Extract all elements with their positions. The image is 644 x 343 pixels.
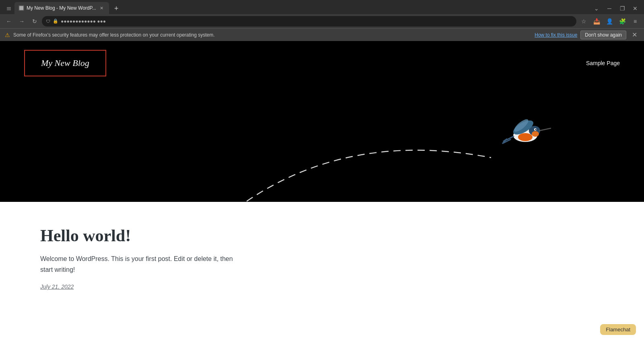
- notification-bar: ⚠ Some of Firefox's security features ma…: [0, 28, 644, 41]
- site-title: My New Blog: [41, 58, 89, 68]
- site-navigation: Sample Page: [586, 60, 620, 66]
- post-title: Hello world!: [40, 226, 604, 245]
- svg-line-4: [539, 128, 551, 131]
- menu-button[interactable]: ≡: [630, 16, 641, 27]
- tab-favicon: [19, 5, 24, 11]
- content-area: Hello world! Welcome to WordPress. This …: [0, 202, 644, 314]
- post-date-link[interactable]: July 21, 2022: [40, 283, 74, 290]
- close-window-button[interactable]: ✕: [630, 4, 641, 12]
- hummingbird-image: [499, 107, 547, 148]
- address-bar[interactable]: 🛡 🔒 ●●●●●●●●●●●● ●●●: [42, 16, 576, 27]
- warning-icon: ⚠: [5, 32, 10, 38]
- back-button[interactable]: ←: [3, 16, 14, 27]
- hummingbird-svg: [499, 107, 551, 152]
- webpage-content: My New Blog Sample Page: [0, 41, 644, 343]
- svg-point-2: [518, 133, 533, 141]
- list-tabs-button[interactable]: ⌄: [591, 4, 602, 12]
- notification-close-button[interactable]: ✕: [630, 30, 639, 40]
- tab-title: My New Blog - My New WordP...: [27, 5, 96, 11]
- svg-point-5: [532, 131, 539, 137]
- nav-right-buttons: ☆ 📥 👤 🧩 ≡: [578, 16, 641, 27]
- site-title-box[interactable]: My New Blog: [24, 50, 106, 76]
- hero-area: [0, 85, 644, 202]
- flamechat-widget[interactable]: Flamechat: [600, 324, 636, 335]
- shield-icon: 🛡: [46, 19, 50, 24]
- address-text: ●●●●●●●●●●●● ●●●: [61, 18, 572, 24]
- site-header: My New Blog Sample Page: [0, 41, 644, 85]
- restore-button[interactable]: ❐: [617, 4, 628, 12]
- sample-page-link[interactable]: Sample Page: [586, 60, 620, 66]
- window-controls: ⌄ ─ ❐ ✕: [591, 4, 641, 14]
- refresh-button[interactable]: ↻: [29, 16, 40, 27]
- nav-bar: ← → ↻ 🛡 🔒 ●●●●●●●●●●●● ●●● ☆ 📥 👤 🧩 ≡: [0, 14, 644, 28]
- tab-bar: My New Blog - My New WordP... ✕ + ⌄ ─ ❐ …: [0, 0, 644, 14]
- notification-text: Some of Firefox's security features may …: [13, 32, 531, 38]
- bookmark-button[interactable]: ☆: [578, 16, 589, 27]
- extensions-button[interactable]: 🧩: [617, 16, 628, 27]
- close-tab-button[interactable]: ✕: [99, 5, 105, 11]
- post-excerpt: Welcome to WordPress. This is your first…: [40, 253, 242, 275]
- minimize-button[interactable]: ─: [604, 4, 615, 12]
- browser-chrome: My New Blog - My New WordP... ✕ + ⌄ ─ ❐ …: [0, 0, 644, 28]
- fix-issue-link[interactable]: How to fix this issue: [535, 32, 577, 38]
- forward-button[interactable]: →: [16, 16, 27, 27]
- new-tab-button[interactable]: +: [111, 3, 122, 14]
- tab-list-button[interactable]: [3, 3, 14, 14]
- svg-rect-0: [19, 6, 23, 10]
- lock-icon: 🔒: [53, 18, 58, 24]
- active-tab[interactable]: My New Blog - My New WordP... ✕: [14, 2, 109, 14]
- pocket-button[interactable]: 📥: [591, 16, 602, 27]
- svg-point-9: [535, 129, 537, 130]
- account-button[interactable]: 👤: [604, 16, 615, 27]
- dont-show-again-button[interactable]: Don't show again: [580, 31, 626, 39]
